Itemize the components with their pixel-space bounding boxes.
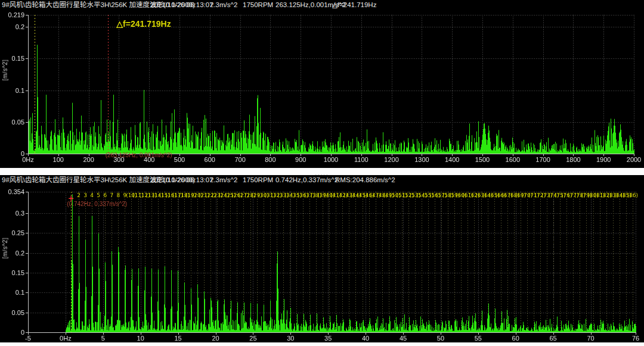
panel-header-top: 9#风机\齿轮箱大齿圈行星轮水平3H\256K 加速度波形(0.1-2000) … [0,0,644,10]
vibration-analysis-app: 9#风机\齿轮箱大齿圈行星轮水平3H\256K 加速度波形(0.1-2000) … [0,0,644,346]
spectrum-chart-0-76hz[interactable] [0,185,644,342]
delta-f-readout: △f=241.719Hz [332,0,376,10]
cursor-readout: 0.742Hz,0.337m/s^2 [275,175,338,185]
amplitude-scale: 2.3m/s^2 [210,175,237,185]
timestamp: 2021/10/26 06:13:07 [150,0,213,10]
y-axis-unit-label-bottom: [m/s^2] [2,238,8,258]
y-axis-unit-label-top: [m/s^2] [2,60,8,80]
bottom-strip [0,342,644,346]
timestamp: 2021/10/26 06:13:07 [150,175,213,185]
panel-divider-handle[interactable]: ····· [0,168,644,175]
rpm-readout: 1750RPM [243,0,273,10]
panel-spectrum-0-76hz: 9#风机\齿轮箱大齿圈行星轮水平3H\256K 加速度波形(0.1-2000) … [0,175,644,342]
panel-spectrum-0-2000hz: 9#风机\齿轮箱大齿圈行星轮水平3H\256K 加速度波形(0.1-2000) … [0,0,644,168]
rms-readout: RMS:204.886m/s^2 [335,175,395,185]
rpm-readout: 1750RPM [243,175,273,185]
panel-header-bottom: 9#风机\齿轮箱大齿圈行星轮水平3H\256K 加速度波形(0.1-2000) … [0,175,644,185]
amplitude-scale: 2.3m/s^2 [210,0,237,10]
spectrum-chart-0-2000hz[interactable] [0,10,644,168]
